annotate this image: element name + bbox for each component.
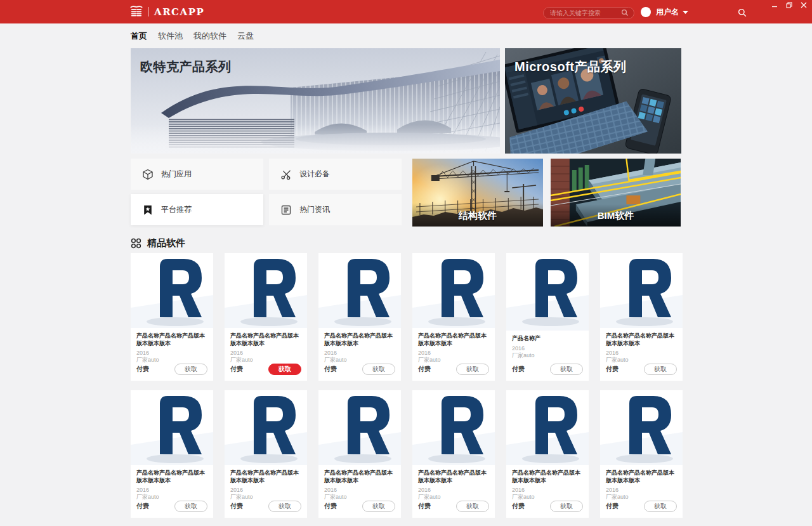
price-label: 付费 — [512, 502, 525, 511]
product-card-body: 产品名称产品名称产品版本版本版本版本2016厂家auto付费获取 — [600, 465, 683, 518]
product-card-footer: 付费获取 — [136, 501, 207, 512]
product-card[interactable]: 产品名称产品名称产品版本版本版本版本2016厂家auto付费获取 — [318, 253, 401, 381]
nav-tab-2[interactable]: 我的软件 — [193, 30, 226, 42]
product-vendor: 厂家auto — [418, 357, 489, 364]
revit-logo-thumbnail — [225, 390, 307, 465]
product-grid: 产品名称产品名称产品版本版本版本版本2016厂家auto付费获取 产品名称产品名… — [131, 253, 681, 526]
product-card-footer: 付费获取 — [136, 364, 207, 375]
category-label: 设计必备 — [299, 169, 330, 180]
price-label: 付费 — [512, 365, 525, 374]
section-title: 精品软件 — [147, 237, 185, 249]
revit-logo-thumbnail — [131, 253, 213, 328]
product-card[interactable]: 产品名称产品名称产品版本版本版本版本2016厂家auto付费获取 — [225, 253, 307, 381]
feature-structure-software[interactable]: 结构软件 — [412, 159, 543, 227]
category-label: 平台推荐 — [161, 204, 192, 215]
price-label: 付费 — [230, 365, 243, 374]
revit-logo-thumbnail — [412, 253, 495, 328]
product-card[interactable]: 产品名称产品名称产品版本版本版本版本2016厂家auto付费获取 — [131, 253, 213, 381]
get-button[interactable]: 获取 — [362, 501, 395, 512]
nav-tab-3[interactable]: 云盘 — [237, 30, 254, 42]
product-title: 产品名称产 — [512, 335, 583, 343]
get-button[interactable]: 获取 — [550, 501, 583, 512]
category-row: 热门应用 设计必备 平台推荐 热门资讯 — [131, 159, 681, 227]
feature-bim-software[interactable]: BIM软件 — [551, 159, 681, 227]
product-year: 2016 — [418, 487, 489, 494]
category-hot-apps[interactable]: 热门应用 — [131, 159, 263, 190]
category-design-essentials[interactable]: 设计必备 — [269, 159, 402, 190]
bookmark-star-icon — [142, 204, 154, 216]
price-label: 付费 — [418, 365, 431, 374]
price-label: 付费 — [230, 502, 243, 511]
category-hot-news[interactable]: 热门资讯 — [269, 194, 402, 225]
user-menu[interactable]: 用户名 — [656, 7, 688, 17]
cube-icon — [142, 169, 154, 180]
product-card-footer: 付费获取 — [230, 364, 301, 375]
product-card-body: 产品名称产品名称产品版本版本版本版本2016厂家auto付费获取 — [318, 328, 401, 381]
minimize-icon[interactable] — [771, 2, 778, 8]
product-card-body: 产品名称产品名称产品版本版本版本版本2016厂家auto付费获取 — [131, 328, 213, 381]
search-icon[interactable] — [621, 8, 629, 19]
product-title: 产品名称产品名称产品版本版本版本版本 — [230, 470, 301, 484]
product-vendor: 厂家auto — [606, 494, 677, 501]
revit-logo-thumbnail — [600, 390, 683, 465]
product-card-body: 产品名称产品名称产品版本版本版本版本2016厂家auto付费获取 — [225, 328, 307, 381]
product-card-footer: 付费获取 — [418, 364, 489, 375]
product-card[interactable]: 产品名称产品名称产品版本版本版本版本2016厂家auto付费获取 — [131, 390, 213, 518]
get-button[interactable]: 获取 — [268, 364, 301, 375]
product-card[interactable]: 产品名称产品名称产品版本版本版本版本2016厂家auto付费获取 — [600, 390, 683, 518]
banner-row: 欧特克产品系列 — [131, 48, 681, 154]
product-year: 2016 — [512, 345, 583, 352]
banner-autodesk[interactable]: 欧特克产品系列 — [131, 48, 500, 154]
product-year: 2016 — [324, 487, 395, 494]
feature-images: 结构软件 — [412, 159, 681, 227]
product-card[interactable]: 产品名称产品名称产品版本版本版本版本2016厂家auto付费获取 — [506, 390, 589, 518]
logo-divider — [148, 7, 149, 16]
product-card[interactable]: 产品名称产2016厂家auto付费获取 — [506, 253, 589, 381]
product-title: 产品名称产品名称产品版本版本版本版本 — [606, 470, 677, 484]
product-vendor: 厂家auto — [512, 352, 583, 359]
get-button[interactable]: 获取 — [456, 501, 489, 512]
product-card[interactable]: 产品名称产品名称产品版本版本版本版本2016厂家auto付费获取 — [412, 253, 495, 381]
page-content: 欧特克产品系列 — [131, 48, 681, 526]
nav-tab-0[interactable]: 首页 — [131, 30, 147, 42]
titlebar-search[interactable] — [543, 7, 634, 19]
product-vendor: 厂家auto — [324, 357, 395, 364]
nav-tab-1[interactable]: 软件池 — [158, 30, 183, 42]
product-card[interactable]: 产品名称产品名称产品版本版本版本版本2016厂家auto付费获取 — [412, 390, 495, 518]
product-card-body: 产品名称产2016厂家auto付费获取 — [506, 331, 589, 381]
app-logo: ARCAPP — [129, 0, 204, 23]
product-year: 2016 — [606, 487, 677, 494]
product-card[interactable]: 产品名称产品名称产品版本版本版本版本2016厂家auto付费获取 — [600, 253, 683, 381]
product-vendor: 厂家auto — [230, 494, 301, 501]
design-tools-icon — [280, 169, 292, 180]
global-search-icon[interactable] — [738, 8, 747, 20]
news-icon — [280, 204, 292, 216]
product-card-footer: 付费获取 — [512, 364, 583, 375]
get-button[interactable]: 获取 — [456, 364, 489, 375]
banner-title: Microsoft产品系列 — [514, 58, 627, 76]
product-title: 产品名称产品名称产品版本版本版本版本 — [230, 332, 301, 347]
get-button[interactable]: 获取 — [362, 364, 395, 375]
banner-microsoft[interactable]: Microsoft产品系列 — [505, 48, 681, 154]
get-button[interactable]: 获取 — [644, 501, 677, 512]
product-card[interactable]: 产品名称产品名称产品版本版本版本版本2016厂家auto付费获取 — [318, 390, 401, 518]
category-platform-picks[interactable]: 平台推荐 — [131, 194, 263, 225]
product-card-footer: 付费获取 — [606, 364, 677, 375]
get-button[interactable]: 获取 — [174, 501, 207, 512]
revit-logo-thumbnail — [412, 390, 495, 465]
user-avatar[interactable] — [641, 7, 651, 17]
search-input[interactable] — [549, 9, 621, 17]
close-icon[interactable] — [800, 2, 808, 8]
get-button[interactable]: 获取 — [174, 364, 207, 375]
product-year: 2016 — [136, 350, 207, 357]
get-button[interactable]: 获取 — [268, 501, 301, 512]
revit-logo-thumbnail — [506, 390, 589, 465]
get-button[interactable]: 获取 — [550, 364, 583, 375]
product-card-body: 产品名称产品名称产品版本版本版本版本2016厂家auto付费获取 — [412, 465, 495, 518]
revit-logo-thumbnail — [506, 253, 589, 331]
product-card[interactable]: 产品名称产品名称产品版本版本版本版本2016厂家auto付费获取 — [225, 390, 307, 518]
window-controls — [771, 2, 808, 8]
restore-icon[interactable] — [785, 2, 793, 8]
get-button[interactable]: 获取 — [644, 364, 677, 375]
product-year: 2016 — [512, 487, 583, 494]
